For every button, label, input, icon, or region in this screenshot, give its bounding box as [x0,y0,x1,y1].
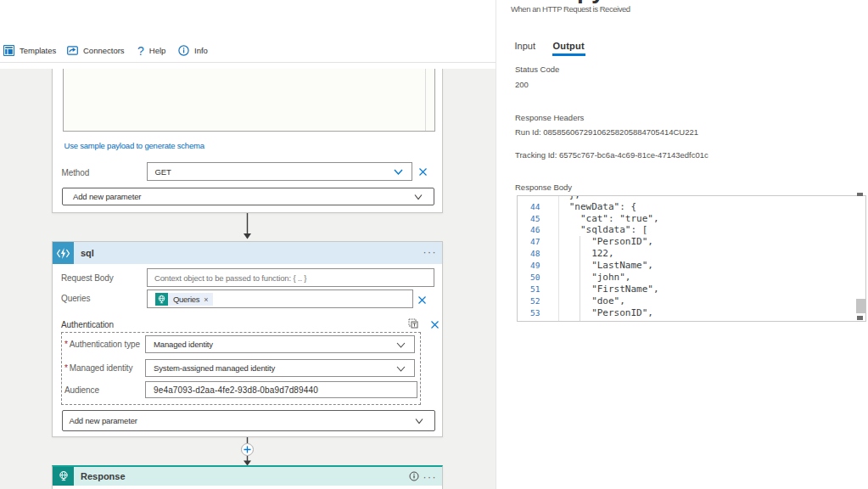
response-action-card[interactable]: Response ··· [52,465,443,489]
status-code-label: Status Code [515,65,559,74]
code-line: 53 "PersonID", [518,307,866,319]
connectors-label: Connectors [83,46,125,55]
chevron-down-icon [394,168,403,176]
run-details-panel: demo-py When an HTTP Request is Received… [496,0,868,489]
help-button[interactable]: ? Help [137,43,165,58]
request-body-label: Request Body [61,273,114,283]
line-number: 46 [518,224,540,236]
tracking-id: Tracking Id: 6575c767-bc6a-4c69-81ce-471… [515,150,708,160]
add-parameter-label: Add new parameter [73,192,141,201]
info-icon [178,45,189,56]
scrollbar-bottom-marker [857,316,864,320]
code-line: 49 "LastName", [518,260,866,272]
required-asterisk: * [64,340,68,349]
line-text: "newData": { [557,201,636,213]
required-asterisk: * [64,363,68,373]
response-menu-button[interactable]: ··· [423,471,438,483]
code-line: 51 "FirstName", [518,284,866,295]
sql-card-header[interactable]: sql [53,242,442,264]
function-icon [53,242,74,264]
request-body-schema-textarea[interactable] [63,69,435,132]
add-parameter-dropdown[interactable]: Add new parameter [62,188,434,205]
panel-subtitle: When an HTTP Request is Received [511,4,630,14]
managed-identity-value: System-assigned managed identity [154,363,275,373]
queries-input[interactable]: Queries × [147,289,413,309]
line-text: "PersonID", [557,307,653,319]
auth-editor-toggle-icon[interactable] [408,318,418,329]
line-text: "john", [557,272,630,284]
line-number: 53 [518,307,540,319]
code-line: }, [518,195,866,201]
queries-clear-button[interactable] [417,295,427,305]
auth-type-value: Managed identity [154,340,213,349]
add-parameter-label: Add new parameter [70,416,137,425]
queries-token-label: Queries [173,295,199,304]
tab-output[interactable]: Output [553,41,585,51]
http-globe-icon [53,467,74,486]
http-trigger-card[interactable]: Use sample payload to generate schema Me… [52,69,443,213]
line-number: 51 [518,284,540,295]
line-number: 44 [518,201,540,213]
response-headers-label: Response Headers [515,113,584,122]
line-number: 47 [518,236,540,248]
method-value: GET [155,167,171,177]
code-lines: },44 "newData": {45 "cat": "true",46 "sq… [518,195,866,319]
line-number: 45 [518,213,540,225]
http-globe-icon [155,293,169,306]
toolbar-divider [0,62,496,63]
request-body-input[interactable]: Context object to be passed to function:… [147,268,434,287]
templates-label: Templates [20,46,56,55]
managed-identity-label: Managed identity [70,363,133,373]
audience-value: 9e4a7093-d2aa-4fe2-93d8-0ba9d7d89440 [154,385,318,395]
managed-identity-dropdown[interactable]: System-assigned managed identity [145,359,415,378]
info-button[interactable]: Info [178,43,208,58]
line-text: "sqldata": [ [557,224,647,236]
code-line: 50 "john", [518,272,866,284]
vertical-scrollbar-thumb[interactable] [856,299,865,313]
line-text: "FirstName", [557,284,658,295]
sql-card-title: sql [81,248,94,258]
tab-input[interactable]: Input [515,41,535,51]
auth-type-label: Authentication type [70,340,140,349]
sql-menu-button[interactable]: ··· [423,246,438,258]
authentication-label: Authentication [61,320,114,329]
line-text: "PersonID", [557,236,653,248]
code-line: 47 "PersonID", [518,236,866,248]
authentication-clear-button[interactable] [430,320,440,329]
code-line: 48 122, [518,248,866,260]
line-text: 122, [557,248,613,260]
status-code-value: 200 [515,80,529,89]
run-id: Run Id: 08585606729106258205884705414CU2… [515,127,698,137]
info-label: Info [194,46,208,55]
line-text: "doe", [557,295,624,307]
line-number: 49 [518,260,540,272]
audience-label: Audience [64,385,99,395]
method-dropdown[interactable]: GET [147,162,413,181]
info-circle-icon[interactable] [409,471,419,481]
audience-input[interactable]: 9e4a7093-d2aa-4fe2-93d8-0ba9d7d89440 [145,381,417,398]
scrollbar-top-marker [857,193,864,196]
response-body-code-viewer[interactable]: },44 "newData": {45 "cat": "true",46 "sq… [517,195,867,322]
help-icon: ? [137,44,144,58]
sql-action-card[interactable]: sql ··· Request Body Context object to b… [52,241,443,437]
code-line: 52 "doe", [518,295,866,307]
auth-type-dropdown[interactable]: Managed identity [145,335,415,354]
queries-label: Queries [61,294,90,303]
templates-button[interactable]: Templates [3,43,56,58]
insert-step-button[interactable] [241,443,254,456]
chevron-down-icon [396,365,406,373]
sample-payload-link[interactable]: Use sample payload to generate schema [64,141,204,150]
connectors-button[interactable]: Connectors [67,43,125,58]
chevron-down-icon [414,194,423,200]
line-text: "cat": "true", [557,213,658,225]
line-number: 52 [518,295,540,307]
textarea-scrollbar[interactable] [425,69,426,131]
queries-token-remove[interactable]: × [204,295,208,304]
chevron-down-icon [415,418,423,424]
queries-token-pill[interactable]: Queries × [155,293,214,306]
workflow-canvas[interactable]: Use sample payload to generate schema Me… [0,69,496,489]
add-parameter-dropdown[interactable]: Add new parameter [62,410,435,431]
line-text: "LastName", [557,260,653,272]
response-card-header[interactable]: Response [53,467,442,486]
method-clear-button[interactable] [418,167,428,177]
